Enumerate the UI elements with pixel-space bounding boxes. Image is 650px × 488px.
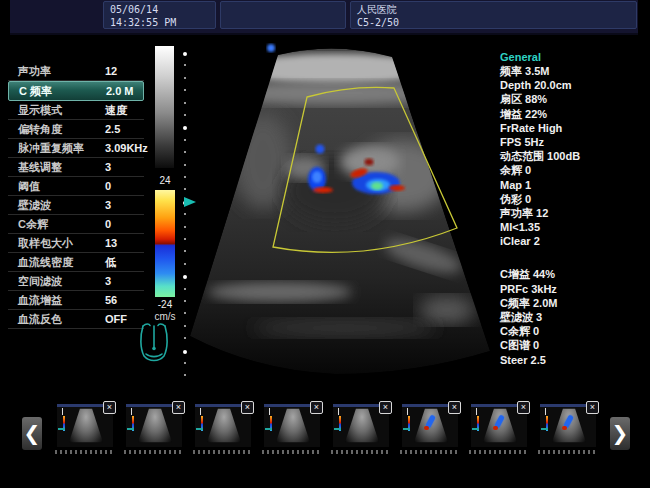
thumb-scale bbox=[476, 408, 477, 415]
sidebar-row-label: 血流反色 bbox=[18, 310, 62, 328]
sidebar-row-value: 3.09KHz bbox=[105, 139, 148, 157]
color-item-5: C图谱 0 bbox=[500, 338, 646, 352]
general-item-4: FrRate High bbox=[500, 121, 646, 135]
bmode-fan bbox=[190, 48, 490, 374]
cursor-dot bbox=[267, 44, 275, 52]
time-text: 14:32:55 PM bbox=[110, 16, 209, 29]
sidebar-row-label: C余辉 bbox=[18, 215, 48, 233]
thumb-close-icon[interactable]: × bbox=[586, 401, 599, 414]
color-item-4: C余辉 0 bbox=[500, 324, 646, 338]
thumb-focus-marker bbox=[472, 428, 479, 430]
sidebar-row-label: 壁滤波 bbox=[18, 196, 51, 214]
sidebar-row-8[interactable]: C余辉0 bbox=[8, 215, 144, 234]
sidebar-row-10[interactable]: 血流线密度低 bbox=[8, 253, 144, 272]
sidebar-row-label: 取样包大小 bbox=[18, 234, 73, 252]
thumb-caption bbox=[124, 450, 184, 454]
sidebar-row-label: 偏转角度 bbox=[18, 120, 62, 138]
prev-thumbnails-button[interactable]: ❮ bbox=[22, 417, 42, 450]
sidebar-row-label: 显示模式 bbox=[18, 101, 62, 119]
sidebar-row-1[interactable]: C 频率2.0 M bbox=[8, 81, 144, 101]
sidebar-row-value: 低 bbox=[105, 253, 116, 271]
thumb-close-icon[interactable]: × bbox=[310, 401, 323, 414]
patient-box-empty bbox=[220, 1, 346, 29]
sidebar-row-9[interactable]: 取样包大小13 bbox=[8, 234, 144, 253]
general-item-1: Depth 20.0cm bbox=[500, 78, 646, 92]
thumb-caption bbox=[469, 450, 529, 454]
thumb-close-icon[interactable]: × bbox=[103, 401, 116, 414]
sidebar-row-value: 13 bbox=[105, 234, 117, 252]
thumb-image bbox=[69, 408, 103, 444]
film-strip: ❮ ×××××××× ❯ bbox=[0, 398, 650, 468]
sidebar-row-label: 空间滤波 bbox=[18, 272, 62, 290]
thumb-close-icon[interactable]: × bbox=[448, 401, 461, 414]
sidebar-row-7[interactable]: 壁滤波3 bbox=[8, 196, 144, 215]
info-panel-header: General bbox=[500, 50, 646, 64]
color-settings-list: C增益 44%PRFc 3kHzC频率 2.0M壁滤波 3C余辉 0C图谱 0S… bbox=[500, 267, 646, 366]
sidebar-row-2[interactable]: 显示模式速度 bbox=[8, 101, 144, 120]
ultrasound-image[interactable] bbox=[185, 36, 495, 396]
thumb-scale bbox=[407, 408, 408, 415]
thumb-caption bbox=[400, 450, 460, 454]
thumbnail-2[interactable]: × bbox=[195, 404, 251, 447]
sidebar-row-11[interactable]: 空间滤波3 bbox=[8, 272, 144, 291]
next-thumbnails-button[interactable]: ❯ bbox=[610, 417, 630, 450]
thumb-focus-marker bbox=[541, 428, 548, 430]
sidebar-row-value: 3 bbox=[105, 158, 111, 176]
ultrasound-screen: 05/06/14 14:32:55 PM 人民医院 C5-2/50 声功率12C… bbox=[0, 0, 650, 488]
color-item-2: C频率 2.0M bbox=[500, 296, 646, 310]
color-item-6: Steer 2.5 bbox=[500, 353, 646, 367]
body-marker-icon[interactable] bbox=[136, 321, 172, 367]
thumb-caption bbox=[331, 450, 391, 454]
sidebar-row-value: 0 bbox=[105, 215, 111, 233]
color-item-1: PRFc 3kHz bbox=[500, 282, 646, 296]
thumbnail-3[interactable]: × bbox=[264, 404, 320, 447]
sidebar-row-value: OFF bbox=[105, 310, 127, 328]
sidebar-row-value: 速度 bbox=[105, 101, 127, 119]
thumb-focus-marker bbox=[58, 428, 65, 430]
sidebar-row-12[interactable]: 血流增益56 bbox=[8, 291, 144, 310]
thumb-close-icon[interactable]: × bbox=[379, 401, 392, 414]
general-item-6: 动态范围 100dB bbox=[500, 149, 646, 163]
sidebar-row-5[interactable]: 基线调整3 bbox=[8, 158, 144, 177]
thumbnail-6[interactable]: × bbox=[471, 404, 527, 447]
datetime-box: 05/06/14 14:32:55 PM bbox=[103, 1, 216, 29]
thumb-close-icon[interactable]: × bbox=[241, 401, 254, 414]
sidebar-row-0[interactable]: 声功率12 bbox=[8, 62, 144, 81]
velocity-min-label: -24 bbox=[150, 299, 180, 310]
general-item-7: 余辉 0 bbox=[500, 163, 646, 177]
thumbnail-1[interactable]: × bbox=[126, 404, 182, 447]
sidebar-row-3[interactable]: 偏转角度2.5 bbox=[8, 120, 144, 139]
thumb-image bbox=[276, 408, 310, 444]
sidebar-row-13[interactable]: 血流反色OFF bbox=[8, 310, 144, 329]
thumb-focus-marker bbox=[127, 428, 134, 430]
general-settings-list: 频率 3.5MDepth 20.0cm扇区 88%增益 22%FrRate Hi… bbox=[500, 64, 646, 248]
thumb-caption bbox=[262, 450, 322, 454]
thumb-image bbox=[552, 408, 586, 444]
hospital-name: 人民医院 bbox=[357, 3, 630, 16]
probe-model: C5-2/50 bbox=[357, 16, 630, 29]
thumb-caption bbox=[193, 450, 253, 454]
sidebar-row-value: 56 bbox=[105, 291, 117, 309]
thumb-caption bbox=[55, 450, 115, 454]
general-item-5: FPS 5Hz bbox=[500, 135, 646, 149]
thumb-close-icon[interactable]: × bbox=[517, 401, 530, 414]
thumbnail-4[interactable]: × bbox=[333, 404, 389, 447]
grayscale-bar bbox=[155, 46, 174, 168]
thumbnail-5[interactable]: × bbox=[402, 404, 458, 447]
thumb-close-icon[interactable]: × bbox=[172, 401, 185, 414]
thumbnail-7[interactable]: × bbox=[540, 404, 596, 447]
sidebar-row-4[interactable]: 脉冲重复频率3.09KHz bbox=[8, 139, 144, 158]
sidebar-row-6[interactable]: 阈值0 bbox=[8, 177, 144, 196]
sidebar-row-value: 2.5 bbox=[105, 120, 120, 138]
velocity-max-label: 24 bbox=[152, 175, 178, 186]
info-panel: General 频率 3.5MDepth 20.0cm扇区 88%增益 22%F… bbox=[500, 50, 646, 367]
hospital-box: 人民医院 C5-2/50 bbox=[350, 1, 637, 29]
sidebar-row-label: 脉冲重复频率 bbox=[18, 139, 84, 157]
general-item-0: 频率 3.5M bbox=[500, 64, 646, 78]
thumb-scale bbox=[545, 408, 546, 415]
thumbnail-0[interactable]: × bbox=[57, 404, 113, 447]
general-item-2: 扇区 88% bbox=[500, 92, 646, 106]
thumb-focus-marker bbox=[403, 428, 410, 430]
thumb-scale bbox=[131, 408, 132, 415]
color-item-3: 壁滤波 3 bbox=[500, 310, 646, 324]
